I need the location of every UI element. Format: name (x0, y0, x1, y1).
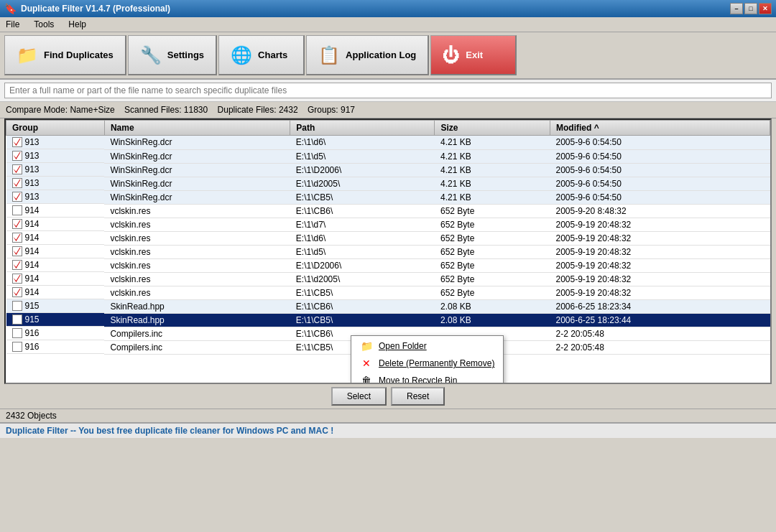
table-row[interactable]: 913 WinSkinReg.dcr E:\1\D2006\ 4.21 KB 2… (6, 163, 770, 177)
cell-name: SkinRead.hpp (104, 313, 290, 327)
select-button[interactable]: Select (331, 387, 387, 406)
table-header-row: Group Name Path Size Modified ^ (6, 121, 770, 136)
table-row[interactable]: 915 SkinRead.hpp E:\1\CB6\ 2.08 KB 2006-… (6, 299, 770, 313)
charts-label: Charts (258, 50, 287, 60)
row-checkbox[interactable] (12, 233, 22, 243)
table-row[interactable]: 915 SkinRead.hpp E:\1\CB5\ 2.08 KB 2006-… (6, 313, 770, 327)
cell-modified: 2005-9-19 20:48:32 (550, 272, 770, 286)
col-path[interactable]: Path (290, 121, 435, 136)
cell-modified: 2005-9-6 0:54:50 (550, 177, 770, 190)
col-group[interactable]: Group (6, 121, 105, 136)
search-bar (0, 80, 776, 102)
cell-name: vclskin.res (104, 286, 290, 299)
row-checkbox[interactable] (12, 301, 22, 311)
cell-name: WinSkinReg.dcr (104, 190, 290, 204)
minimize-button[interactable]: – (730, 3, 743, 14)
exit-button[interactable]: ⏻ Exit (430, 35, 517, 75)
table-row[interactable]: 914 vclskin.res E:\1\D2006\ 652 Byte 200… (6, 258, 770, 272)
cell-path: E:\1\d5\ (290, 245, 435, 258)
cell-group: 914 (6, 218, 105, 231)
table-row[interactable]: 913 WinSkinReg.dcr E:\1\d6\ 4.21 KB 2005… (6, 136, 770, 150)
exit-icon: ⏻ (443, 45, 460, 65)
file-table: Group Name Path Size Modified ^ 913 WinS… (6, 120, 770, 355)
cell-modified: 2005-9-20 8:48:32 (550, 204, 770, 218)
find-duplicates-button[interactable]: 📁 Find Duplicates (4, 35, 126, 75)
cell-size: 652 Byte (435, 204, 550, 218)
cell-modified: 2005-9-6 0:54:50 (550, 136, 770, 150)
context-menu-icon: 📁 (360, 340, 373, 352)
context-menu-label: Move to Recycle Bin (379, 375, 457, 384)
row-checkbox[interactable] (12, 314, 22, 325)
menu-bar: File Tools Help (0, 17, 776, 32)
groups-value: 917 (341, 105, 355, 115)
search-input[interactable] (4, 83, 772, 98)
context-menu-item[interactable]: 📁 Open Folder (351, 337, 503, 355)
row-checkbox[interactable] (12, 178, 22, 188)
table-row[interactable]: 913 WinSkinReg.dcr E:\1\d5\ 4.21 KB 2005… (6, 149, 770, 163)
cell-name: vclskin.res (104, 204, 290, 218)
cell-size: 4.21 KB (435, 136, 550, 150)
table-row[interactable]: 914 vclskin.res E:\1\d6\ 652 Byte 2005-9… (6, 231, 770, 245)
row-checkbox[interactable] (12, 287, 22, 297)
context-menu-item[interactable]: ✕ Delete (Permanently Remove) (351, 355, 503, 372)
col-name[interactable]: Name (104, 121, 290, 136)
cell-group: 915 (6, 299, 105, 313)
row-checkbox[interactable] (12, 137, 22, 147)
cell-modified: 2005-9-6 0:54:50 (550, 149, 770, 163)
cell-name: WinSkinReg.dcr (104, 149, 290, 163)
cell-name: Compilers.inc (104, 327, 290, 340)
table-row[interactable]: 913 WinSkinReg.dcr E:\1\CB5\ 4.21 KB 200… (6, 190, 770, 204)
close-button[interactable]: ✕ (759, 3, 772, 14)
col-modified[interactable]: Modified ^ (550, 121, 770, 136)
table-row[interactable]: 914 vclskin.res E:\1\d5\ 652 Byte 2005-9… (6, 245, 770, 258)
cell-group: 913 (6, 149, 105, 163)
reset-button[interactable]: Reset (391, 387, 445, 406)
compare-mode-label: Compare Mode: (6, 105, 68, 115)
row-checkbox[interactable] (12, 219, 22, 229)
table-row[interactable]: 914 vclskin.res E:\1\CB6\ 652 Byte 2005-… (6, 204, 770, 218)
cell-size: 2.08 KB (435, 299, 550, 313)
application-log-icon: 📋 (318, 45, 340, 65)
row-checkbox[interactable] (12, 246, 22, 256)
settings-button[interactable]: 🔧 Settings (128, 35, 217, 75)
maximize-button[interactable]: □ (744, 3, 757, 14)
context-menu-item[interactable]: 🗑 Move to Recycle Bin (351, 372, 503, 384)
cell-name: vclskin.res (104, 245, 290, 258)
menu-help[interactable]: Help (65, 19, 89, 30)
row-checkbox[interactable] (12, 192, 22, 202)
cell-path: E:\1\CB5\ (290, 190, 435, 204)
cell-group: 913 (6, 136, 105, 149)
table-row[interactable]: 913 WinSkinReg.dcr E:\1\d2005\ 4.21 KB 2… (6, 177, 770, 190)
table-row[interactable]: 914 vclskin.res E:\1\d2005\ 652 Byte 200… (6, 272, 770, 286)
application-log-button[interactable]: 📋 Application Log (306, 35, 429, 75)
cell-size: 652 Byte (435, 286, 550, 299)
cell-path: E:\1\D2006\ (290, 163, 435, 177)
table-row[interactable]: 914 vclskin.res E:\1\d7\ 652 Byte 2005-9… (6, 218, 770, 231)
cell-path: E:\1\CB6\ (290, 204, 435, 218)
app-icon: 🔖 (4, 3, 17, 14)
cell-group: 914 (6, 258, 105, 272)
row-checkbox[interactable] (12, 328, 22, 338)
cell-group: 913 (6, 177, 105, 190)
row-checkbox[interactable] (12, 274, 22, 284)
charts-button[interactable]: 🌐 Charts (218, 35, 305, 75)
title-bar: 🔖 Duplicate Filter V1.4.7 (Professional)… (0, 0, 776, 17)
cell-path: E:\1\CB5\ (290, 313, 435, 327)
row-checkbox[interactable] (12, 205, 22, 215)
row-checkbox[interactable] (12, 164, 22, 174)
stats-bar: Compare Mode: Name+Size Scanned Files: 1… (0, 102, 776, 118)
menu-tools[interactable]: Tools (31, 19, 57, 30)
cell-group: 914 (6, 245, 105, 258)
cell-modified: 2-2 20:05:48 (550, 340, 770, 354)
row-checkbox[interactable] (12, 151, 22, 161)
table-row[interactable]: 914 vclskin.res E:\1\CB5\ 652 Byte 2005-… (6, 286, 770, 299)
cell-name: WinSkinReg.dcr (104, 163, 290, 177)
cell-path: E:\1\d5\ (290, 149, 435, 163)
file-table-container: Group Name Path Size Modified ^ 913 WinS… (4, 118, 772, 384)
menu-file[interactable]: File (3, 19, 22, 30)
col-size[interactable]: Size (435, 121, 550, 136)
row-checkbox[interactable] (12, 342, 22, 352)
cell-modified: 2005-9-19 20:48:32 (550, 245, 770, 258)
row-checkbox[interactable] (12, 260, 22, 270)
cell-modified: 2005-9-6 0:54:50 (550, 163, 770, 177)
